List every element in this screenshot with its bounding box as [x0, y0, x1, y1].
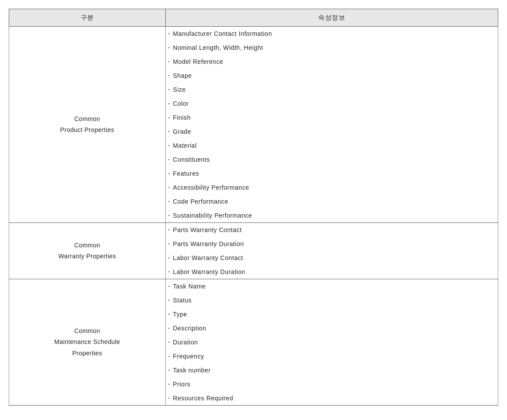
- list-item: Nominal Length, Width, Height: [166, 41, 498, 55]
- category-cell-product-properties: CommonProduct Properties: [9, 27, 166, 223]
- category-cell-warranty-properties: CommonWarranty Properties: [9, 223, 166, 279]
- list-item: Type: [166, 307, 498, 321]
- table-row: CommonWarranty PropertiesParts Warranty …: [9, 223, 498, 279]
- header-properties: 속성정보: [165, 9, 498, 27]
- table-row: CommonProduct PropertiesManufacturer Con…: [9, 27, 498, 223]
- list-item: Accessibility Performance: [166, 180, 498, 194]
- list-item: Priors: [166, 377, 498, 391]
- list-item: Finish: [166, 111, 498, 125]
- properties-cell-warranty-properties: Parts Warranty ContactParts Warranty Dur…: [165, 223, 498, 279]
- list-item: Parts Warranty Contact: [166, 223, 498, 237]
- list-item: Color: [166, 97, 498, 111]
- list-item: Labor Warranty Duration: [166, 265, 498, 279]
- table-header-row: 구분 속성정보: [9, 9, 498, 27]
- list-item: Status: [166, 293, 498, 307]
- list-item: Constituents: [166, 153, 498, 167]
- list-item: Sustainability Performance: [166, 208, 498, 222]
- header-category: 구분: [9, 9, 166, 27]
- list-item: Code Performance: [166, 194, 498, 208]
- list-item: Model Reference: [166, 55, 498, 69]
- list-item: Shape: [166, 69, 498, 83]
- category-cell-maintenance-properties: CommonMaintenance ScheduleProperties: [9, 279, 166, 406]
- properties-cell-maintenance-properties: Task NameStatusTypeDescriptionDurationFr…: [165, 279, 498, 406]
- list-item: Manufacturer Contact Information: [166, 27, 498, 41]
- list-item: Features: [166, 167, 498, 180]
- list-item: Parts Warranty Duration: [166, 237, 498, 251]
- table-row: CommonMaintenance SchedulePropertiesTask…: [9, 279, 498, 406]
- list-item: Material: [166, 139, 498, 153]
- properties-cell-product-properties: Manufacturer Contact InformationNominal …: [165, 27, 498, 223]
- list-item: Labor Warranty Contact: [166, 251, 498, 265]
- list-item: Resources Required: [166, 391, 498, 405]
- list-item: Task number: [166, 363, 498, 377]
- main-table: 구분 속성정보 CommonProduct PropertiesManufact…: [9, 9, 498, 406]
- list-item: Duration: [166, 335, 498, 349]
- list-item: Grade: [166, 125, 498, 139]
- list-item: Task Name: [166, 279, 498, 293]
- list-item: Size: [166, 83, 498, 97]
- list-item: Description: [166, 321, 498, 335]
- list-item: Frequency: [166, 349, 498, 363]
